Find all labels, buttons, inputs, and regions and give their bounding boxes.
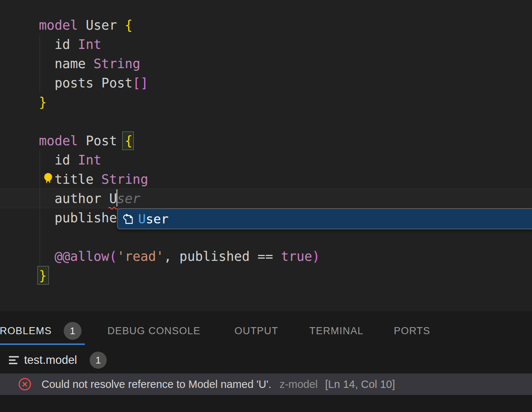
code-line[interactable]: name String [39,54,140,73]
tab-problems-label: PROBLEMS [0,325,52,337]
code-line[interactable]: } [39,266,47,285]
code-token: Int [78,153,101,167]
code-token: } [39,268,47,283]
code-line[interactable]: @@allow('read', published == true) [39,247,320,266]
problems-file-row[interactable]: test.model 1 [0,348,532,373]
vscode-window: model User { id Int name String posts Po… [0,0,532,412]
file-name: test.model [24,353,77,367]
symbol-reference-icon [121,212,134,226]
code-token: Post [86,133,124,148]
suggestion-rest-text: ser [146,212,168,226]
active-tab-underline [0,343,85,345]
code-token: id [39,37,78,52]
suggestion-item-user[interactable]: User [118,209,532,229]
code-line[interactable]: title String [39,170,148,189]
code-token: model [39,18,86,33]
problems-count-badge: 1 [64,322,82,340]
code-line[interactable]: author User [39,189,140,208]
code-line[interactable]: id Int [39,150,102,170]
code-token [39,249,54,264]
code-token: @@allow [54,249,109,264]
suggestion-popup: User [117,208,532,229]
code-token: User [86,18,124,33]
code-token: String [94,56,140,71]
text-cursor [116,189,117,206]
tab-output[interactable]: OUTPUT [235,312,278,349]
tab-terminal-label: TERMINAL [309,325,363,337]
code-token: String [102,172,148,187]
suggestion-label: User [138,212,169,226]
lightbulb-icon[interactable] [41,172,55,185]
code-line[interactable]: } [39,93,47,112]
code-token: 'read' [117,249,164,264]
error-icon [17,377,32,392]
code-token: id [39,153,78,167]
problem-row[interactable]: Could not resolve reference to Model nam… [0,373,532,395]
problem-message: Could not resolve reference to Model nam… [41,378,271,391]
code-token: ( [109,249,117,264]
tab-terminal[interactable]: TERMINAL [309,312,363,349]
code-token: name [39,56,94,71]
tab-ports[interactable]: PORTS [394,312,430,349]
tab-output-label: OUTPUT [235,325,278,337]
code-token: , published == [164,249,281,264]
tab-ports-label: PORTS [394,325,430,337]
code-token: publishe [39,210,117,225]
file-icon [9,356,19,364]
file-problem-count-badge: 1 [90,352,107,369]
code-token: model [39,133,86,148]
code-token: posts Post [39,76,133,90]
tab-debug-console[interactable]: DEBUG CONSOLE [107,312,200,349]
code-editor[interactable]: model User { id Int name String posts Po… [0,0,532,311]
code-line[interactable]: model User { [39,16,133,35]
code-line[interactable]: id Int [39,35,102,54]
code-token: } [39,95,47,110]
code-token: true [281,249,312,264]
code-token: Int [78,37,101,52]
code-line[interactable]: publishe [39,208,117,227]
problem-location: [Ln 14, Col 10] [325,378,395,391]
suggestion-match-text: U [138,212,146,226]
code-token: author U [39,191,117,206]
inline-suggestion-ghost-text: ser [117,191,140,206]
problem-source: z-model [279,378,317,391]
code-line[interactable]: model Post { [39,131,133,150]
code-line[interactable]: posts Post[] [39,73,148,93]
code-token: { [125,18,133,33]
tab-debug-console-label: DEBUG CONSOLE [107,325,200,337]
code-token: [] [133,76,148,90]
code-token: ) [312,249,320,264]
error-squiggle [108,206,118,209]
code-token: { [125,133,133,148]
bottom-panel: PROBLEMS 1 DEBUG CONSOLE OUTPUT TERMINAL… [0,311,532,412]
